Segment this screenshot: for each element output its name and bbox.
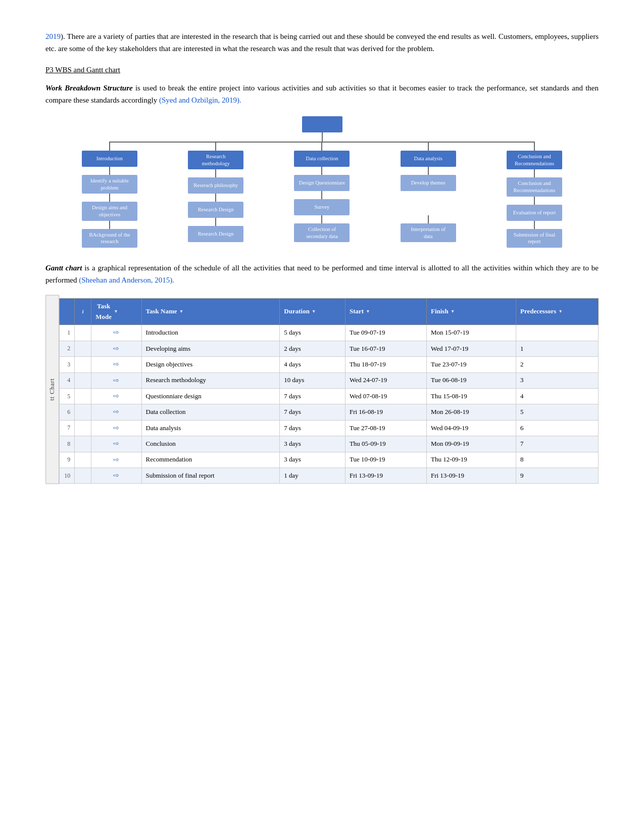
row-duration: 7 days	[280, 389, 345, 404]
row-info-cell	[75, 325, 91, 341]
row-task-mode: ⇨	[91, 341, 141, 356]
sort-arrow-start: ▼	[366, 308, 370, 315]
wbs-l3-0: Design aims andobjectives	[82, 202, 137, 220]
row-start: Thu 05-09-19	[345, 436, 426, 452]
wbs-l1-3: Data analysis	[401, 151, 456, 167]
row-info-cell	[75, 404, 91, 420]
wbs-l4-0: BAckground of theresearch	[82, 229, 137, 248]
row-info-cell	[75, 341, 91, 356]
row-predecessors: 3	[516, 373, 599, 388]
row-duration: 4 days	[280, 357, 345, 373]
gantt-side-label: tt Chart	[45, 295, 59, 484]
wbs-l2-1: Reserach philosophy	[188, 177, 243, 194]
th-finish[interactable]: Finish ▼	[426, 298, 516, 325]
row-duration: 3 days	[280, 436, 345, 452]
table-row: 2⇨Developing aims2 daysTue 16-07-19Wed 1…	[60, 341, 599, 356]
sort-arrow-task-mode: ▼	[114, 308, 118, 315]
th-finish-label: Finish	[431, 306, 449, 317]
wbs-l4-4: Submission of finalreport	[507, 229, 562, 248]
row-predecessors: 4	[516, 389, 599, 404]
wbs-l2-3: Develop themes	[401, 175, 456, 191]
sort-arrow-predecessors: ▼	[558, 308, 563, 315]
row-task-name: Developing aims	[141, 341, 280, 356]
row-task-mode: ⇨	[91, 325, 141, 341]
th-duration[interactable]: Duration ▼	[280, 298, 345, 325]
row-info-cell	[75, 452, 91, 468]
row-task-name: Data collection	[141, 404, 280, 420]
row-task-name: Submission of final report	[141, 468, 280, 483]
wbs-l3-2: Survey	[294, 199, 350, 215]
row-task-mode: ⇨	[91, 452, 141, 468]
th-task-mode-label: TaskMode	[95, 301, 112, 322]
row-info-cell	[75, 373, 91, 388]
row-info-cell	[75, 468, 91, 483]
table-row: 4⇨Research methodology10 daysWed 24-07-1…	[60, 373, 599, 388]
row-duration: 7 days	[280, 420, 345, 436]
row-task-name: Data analysis	[141, 420, 280, 436]
row-start: Fri 13-09-19	[345, 468, 426, 483]
row-number: 8	[60, 436, 75, 452]
row-predecessors: 6	[516, 420, 599, 436]
row-start: Thu 18-07-19	[345, 357, 426, 373]
th-empty	[60, 298, 75, 325]
row-task-name: Research methodology	[141, 373, 280, 388]
gantt-term: Gantt chart	[45, 264, 82, 272]
row-finish: Mon 09-09-19	[426, 436, 516, 452]
row-finish: Mon 26-08-19	[426, 404, 516, 420]
th-info: i	[75, 298, 91, 325]
intro-text: ). There are a variety of parties that a…	[45, 32, 599, 53]
wbs-intro-paragraph: Work Breakdown Structure is used to brea…	[45, 82, 599, 106]
section-heading-wbs: P3 WBS and Gantt chart	[45, 64, 599, 76]
row-predecessors: 9	[516, 468, 599, 483]
row-finish: Mon 15-07-19	[426, 325, 516, 341]
wbs-l2-2: Design Questionniare	[294, 175, 350, 191]
info-icon: i	[79, 308, 87, 316]
wbs-cite-link[interactable]: (Syed and Ozbilgin, 2019).	[159, 96, 241, 104]
wbs-l2-0: Identify a suitableproblem	[82, 175, 137, 194]
row-task-mode: ⇨	[91, 436, 141, 452]
row-start: Tue 27-08-19	[345, 420, 426, 436]
row-info-cell	[75, 357, 91, 373]
gantt-cite-link[interactable]: (Sheehan and Anderson, 2015).	[79, 276, 174, 284]
wbs-root-node	[302, 116, 342, 132]
row-finish: Thu 15-08-19	[426, 389, 516, 404]
row-number: 2	[60, 341, 75, 356]
row-task-mode: ⇨	[91, 420, 141, 436]
th-task-name-label: Task Name	[146, 306, 177, 317]
table-row: 1⇨Introduction5 daysTue 09-07-19Mon 15-0…	[60, 325, 599, 341]
row-start: Fri 16-08-19	[345, 404, 426, 420]
th-start-label: Start	[350, 306, 364, 317]
row-number: 3	[60, 357, 75, 373]
row-predecessors: 5	[516, 404, 599, 420]
row-info-cell	[75, 436, 91, 452]
cite-link-2019[interactable]: 2019	[45, 32, 61, 40]
row-info-cell	[75, 420, 91, 436]
row-duration: 3 days	[280, 452, 345, 468]
table-row: 5⇨Questionniare design7 daysWed 07-08-19…	[60, 389, 599, 404]
row-finish: Tue 06-08-19	[426, 373, 516, 388]
table-row: 10⇨Submission of final report1 dayFri 13…	[60, 468, 599, 483]
row-start: Tue 09-07-19	[345, 325, 426, 341]
sort-arrow-task-name: ▼	[179, 308, 184, 315]
row-number: 4	[60, 373, 75, 388]
th-task-name[interactable]: Task Name ▼	[141, 298, 280, 325]
row-task-name: Introduction	[141, 325, 280, 341]
th-start[interactable]: Start ▼	[345, 298, 426, 325]
gantt-intro-paragraph: Gantt chart is a graphical representatio…	[45, 262, 599, 286]
table-row: 3⇨Design objectives4 daysThu 18-07-19Tue…	[60, 357, 599, 373]
wbs-l4-2: Collection ofsecondary data	[294, 223, 350, 242]
th-predecessors[interactable]: Predecessors ▼	[516, 298, 599, 325]
row-number: 6	[60, 404, 75, 420]
row-predecessors: 8	[516, 452, 599, 468]
row-task-mode: ⇨	[91, 468, 141, 483]
table-row: 7⇨Data analysis7 daysTue 27-08-19Wed 04-…	[60, 420, 599, 436]
row-task-mode: ⇨	[91, 357, 141, 373]
row-predecessors: 1	[516, 341, 599, 356]
row-start: Tue 10-09-19	[345, 452, 426, 468]
row-finish: Fri 13-09-19	[426, 468, 516, 483]
row-task-mode: ⇨	[91, 404, 141, 420]
wbs-l3-4: Evaluation of report	[507, 205, 562, 221]
th-duration-label: Duration	[284, 306, 310, 317]
th-task-mode[interactable]: TaskMode ▼	[91, 298, 141, 325]
sort-arrow-duration: ▼	[312, 308, 316, 315]
